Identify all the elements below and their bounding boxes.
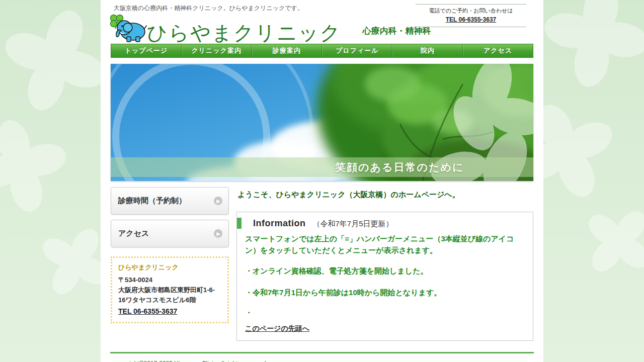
copyright-text: copyright©2017-2025 Hirayama Clinic all … [111,353,533,362]
arrow-circle-icon: ▶ [214,197,222,205]
information-header: Information （令和7年7月5日更新） [245,218,525,229]
welcome-message: ようこそ、ひらやまクリニック（大阪京橋）のホームページへ。 [237,190,533,200]
nav-item-top[interactable]: トップページ [111,44,181,57]
main-nav: トップページ クリニック案内 診療案内 プロフィール 院内 アクセス [111,44,533,58]
clinic-tel-link[interactable]: TEL 06-6355-3637 [118,307,177,315]
page-container: 大阪京橋の心療内科・精神科クリニック。ひらやまクリニックです。 [101,0,543,362]
footer: copyright©2017-2025 Hirayama Clinic all … [111,352,533,362]
hero-image: 笑顔のある日常のために [111,64,533,181]
sidebar: 診療時間（予約制） ▶ アクセス ▶ ひらやまクリニック 〒534-0024 大… [111,187,229,323]
site-subtitle: 心療内科・精神科 [362,25,431,45]
nav-item-inside[interactable]: 院内 [392,44,462,57]
green-square-marker [237,218,242,229]
clinic-postal-code: 〒534-0024 [118,275,221,285]
clinic-address: 大阪府大阪市都島区東野田町1-6-16ワタヤコスモスビル6階 [118,285,221,305]
arrow-circle-icon: ▶ [214,229,222,238]
clinic-info-card: ひらやまクリニック 〒534-0024 大阪府大阪市都島区東野田町1-6-16ワ… [111,256,229,323]
nav-item-clinic-guide[interactable]: クリニック案内 [181,44,252,57]
phone-contact-box: 電話でのご予約・お問い合わせは TEL 06-6355-3637 [416,4,526,27]
information-box: Information （令和7年7月5日更新） スマートフォンでは左上の「≡」… [236,212,533,341]
information-bullet: ・ [245,307,525,318]
nav-item-access[interactable]: アクセス [462,44,533,57]
sidebar-button-access[interactable]: アクセス ▶ [111,220,229,247]
main-content: ようこそ、ひらやまクリニック（大阪京橋）のホームページへ。 Informatio… [236,187,533,341]
content-columns: 診療時間（予約制） ▶ アクセス ▶ ひらやまクリニック 〒534-0024 大… [111,187,533,341]
phone-note: 電話でのご予約・お問い合わせは [418,7,524,15]
elephant-with-clover-icon [111,14,147,45]
site-title[interactable]: ひらやまクリニック [147,23,341,45]
information-paragraph: スマートフォンでは左上の「≡」ハンバーガーメニュー（3本縦並び線のアイコン）をタ… [245,233,525,256]
site-header: 大阪京橋の心療内科・精神科クリニック。ひらやまクリニックです。 [111,0,533,44]
information-bullet: ・令和7年7月1日から午前診は10時から開始となります。 [245,287,525,298]
information-bullet: ・オンライン資格確認、電子処方箋を開始しました。 [245,265,525,277]
back-to-top-link[interactable]: このページの先頭へ [245,324,309,333]
phone-tel-link[interactable]: TEL 06-6355-3637 [446,16,497,23]
clinic-name: ひらやまクリニック [118,263,221,272]
sidebar-button-hours[interactable]: 診療時間（予約制） ▶ [111,187,229,215]
sidebar-button-hours-label: 診療時間（予約制） [118,196,186,206]
nav-item-profile[interactable]: プロフィール [321,44,392,57]
sidebar-button-access-label: アクセス [118,229,149,238]
nav-item-medical-guide[interactable]: 診療案内 [252,44,322,57]
information-updated-date: （令和7年7月5日更新） [313,219,393,229]
information-title: Information [253,218,306,229]
hero-caption: 笑顔のある日常のために [335,160,464,174]
elephant-body [116,21,146,42]
